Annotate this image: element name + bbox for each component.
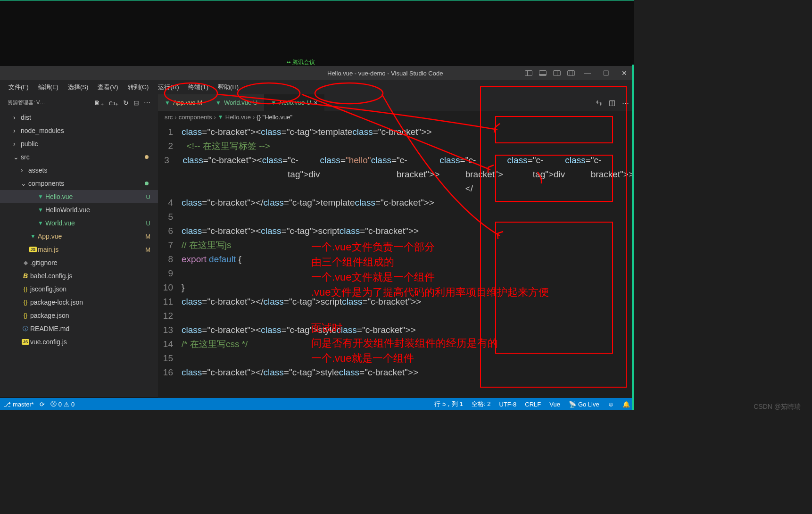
explorer-title: 资源管理器: V… [8, 99, 45, 106]
sb-eol[interactable]: CRLF [525, 401, 541, 408]
compare-icon[interactable]: ⇆ [596, 99, 602, 107]
layout-split-icon[interactable] [553, 70, 561, 76]
tree-item-App-vue[interactable]: ▼App.vueM [0, 230, 158, 243]
bc-file[interactable]: Hello.vue [225, 114, 251, 121]
code-line-10[interactable]: 10} [158, 281, 634, 295]
code-line-8[interactable]: 8export default { [158, 252, 634, 266]
tree-item-README-md[interactable]: ⓘREADME.md [0, 322, 158, 335]
code-line-7[interactable]: 7// 在这里写js [158, 238, 634, 252]
layout-grid-icon[interactable] [567, 70, 575, 76]
menubar: 文件(F) 编辑(E) 选择(S) 查看(V) 转到(G) 运行(R) 终端(T… [0, 80, 634, 94]
tab-Hello-vue[interactable]: ▼Hello.vue U× [264, 94, 324, 111]
tree-item-World-vue[interactable]: ▼World.vueU [0, 216, 158, 230]
menu-edit[interactable]: 编辑(E) [33, 81, 63, 93]
sb-lang[interactable]: Vue [549, 401, 560, 408]
refresh-icon[interactable]: ↻ [123, 99, 129, 107]
vue-icon: ▼ [218, 114, 224, 120]
meeting-label: 腾讯会议 [292, 58, 315, 66]
menu-go[interactable]: 转到(G) [123, 81, 154, 93]
tree-item-Hello-vue[interactable]: ▼Hello.vueU [0, 190, 158, 203]
sb-problems[interactable]: ⓧ 0 ⚠ 0 [50, 400, 75, 408]
sb-bell-icon[interactable]: 🔔 [622, 401, 630, 408]
menu-terminal[interactable]: 终端(T) [183, 81, 213, 93]
tab-World-vue[interactable]: ▼World.vue U [209, 94, 264, 111]
breadcrumb[interactable]: src› components› ▼ Hello.vue› {} "Hello.… [158, 111, 634, 123]
code-line-16[interactable]: 16class="c-bracket"></class="c-tag">styl… [158, 365, 634, 380]
watermark: CSDN @茹嗨瑞 [754, 403, 801, 411]
bc-components[interactable]: components [179, 114, 212, 121]
tree-item-package-lock-json[interactable]: {}package-lock.json [0, 296, 158, 309]
titlebar-right: — ☐ ✕ [525, 69, 630, 77]
tab-more-icon[interactable]: ⋯ [622, 99, 629, 107]
explorer-sidebar: 资源管理器: V… 🗎₊ 🗀₊ ↻ ⊟ ⋯ ›dist›node_modules… [0, 94, 158, 410]
minimize-button[interactable]: — [581, 69, 594, 77]
code-line-14[interactable]: 14/* 在这里写css */ [158, 337, 634, 351]
tree-item-jsconfig-json[interactable]: {}jsconfig.json [0, 282, 158, 296]
code-line-4[interactable]: 4class="c-bracket"></class="c-tag">templ… [158, 196, 634, 210]
file-tree: ›dist›node_modules›public⌄src›assets⌄com… [0, 111, 158, 397]
sb-encoding[interactable]: UTF-8 [499, 401, 516, 408]
new-folder-icon[interactable]: 🗀₊ [108, 99, 118, 107]
code-line-13[interactable]: 13class="c-bracket"><class="c-tag">style… [158, 323, 634, 337]
more-icon[interactable]: ⋯ [144, 99, 150, 107]
tree-item-src[interactable]: ⌄src [0, 150, 158, 164]
tree-item-babel-config-js[interactable]: Bbabel.config.js [0, 269, 158, 282]
sb-branch[interactable]: ⎇ master* [4, 401, 34, 408]
tree-item-HelloWorld-vue[interactable]: ▼HelloWorld.vue [0, 203, 158, 216]
editor-tabs: ▼App.vue M▼World.vue U▼Hello.vue U× ⇆ ◫ … [158, 94, 634, 111]
code-line-3[interactable]: 3 class="c-bracket"><class="c-tag">div c… [158, 153, 634, 196]
sb-cursor[interactable]: 行 5，列 1 [434, 400, 463, 408]
tree-item-main-js[interactable]: JSmain.jsM [0, 243, 158, 256]
bc-symbol[interactable]: {} "Hello.vue" [257, 114, 292, 121]
code-line-12[interactable]: 12 [158, 309, 634, 323]
tree-item--gitignore[interactable]: ◆.gitignore [0, 256, 158, 269]
menu-view[interactable]: 查看(V) [93, 81, 123, 93]
code-line-1[interactable]: 1class="c-bracket"><class="c-tag">templa… [158, 125, 634, 139]
top-dark-area [0, 0, 634, 66]
meeting-dots-icon [287, 59, 290, 66]
bc-src[interactable]: src [165, 114, 173, 121]
menu-selection[interactable]: 选择(S) [63, 81, 93, 93]
code-line-9[interactable]: 9 [158, 266, 634, 281]
sb-sync[interactable]: ⟳ [40, 401, 45, 408]
close-button[interactable]: ✕ [619, 69, 630, 77]
maximize-button[interactable]: ☐ [600, 69, 612, 77]
tree-item-dist[interactable]: ›dist [0, 111, 158, 124]
code-line-11[interactable]: 11class="c-bracket"></class="c-tag">scri… [158, 295, 634, 309]
tree-item-vue-config-js[interactable]: JSvue.config.js [0, 335, 158, 348]
green-accent [632, 65, 634, 410]
code-line-6[interactable]: 6class="c-bracket"><class="c-tag">script… [158, 224, 634, 238]
code-line-5[interactable]: 5 [158, 210, 634, 224]
tree-item-public[interactable]: ›public [0, 137, 158, 150]
code-line-2[interactable]: 2 <!-- 在这里写标签 --> [158, 139, 634, 153]
split-editor-icon[interactable]: ◫ [609, 99, 615, 107]
code-editor[interactable]: 1class="c-bracket"><class="c-tag">templa… [158, 123, 634, 380]
tree-item-node_modules[interactable]: ›node_modules [0, 124, 158, 137]
titlebar: 腾讯会议 Hello.vue - vue-demo - Visual Studi… [0, 66, 634, 80]
explorer-header: 资源管理器: V… 🗎₊ 🗀₊ ↻ ⊟ ⋯ [0, 94, 158, 111]
sb-spaces[interactable]: 空格: 2 [472, 400, 490, 408]
close-tab-icon[interactable]: × [314, 99, 317, 107]
window-title: Hello.vue - vue-demo - Visual Studio Cod… [327, 70, 443, 77]
vscode-window: 腾讯会议 Hello.vue - vue-demo - Visual Studi… [0, 0, 634, 410]
layout-panel-icon[interactable] [539, 70, 547, 76]
code-line-15[interactable]: 15 [158, 351, 634, 365]
tab-App-vue[interactable]: ▼App.vue M [158, 94, 209, 111]
menu-run[interactable]: 运行(R) [153, 81, 183, 93]
editor-area: ▼App.vue M▼World.vue U▼Hello.vue U× ⇆ ◫ … [158, 94, 634, 410]
tree-item-components[interactable]: ⌄components [0, 177, 158, 190]
tree-item-package-json[interactable]: {}package.json [0, 309, 158, 322]
new-file-icon[interactable]: 🗎₊ [94, 99, 104, 107]
layout-sidebar-icon[interactable] [525, 70, 532, 76]
menu-file[interactable]: 文件(F) [4, 81, 33, 93]
menu-help[interactable]: 帮助(H) [213, 81, 243, 93]
statusbar: ⎇ master* ⟳ ⓧ 0 ⚠ 0 行 5，列 1 空格: 2 UTF-8 … [0, 398, 634, 410]
tree-item-assets[interactable]: ›assets [0, 164, 158, 177]
collapse-icon[interactable]: ⊟ [133, 99, 139, 107]
sb-feedback-icon[interactable]: ☺ [608, 401, 614, 408]
sb-golive[interactable]: 📡 Go Live [569, 401, 599, 408]
meeting-badge: 腾讯会议 [287, 58, 315, 66]
